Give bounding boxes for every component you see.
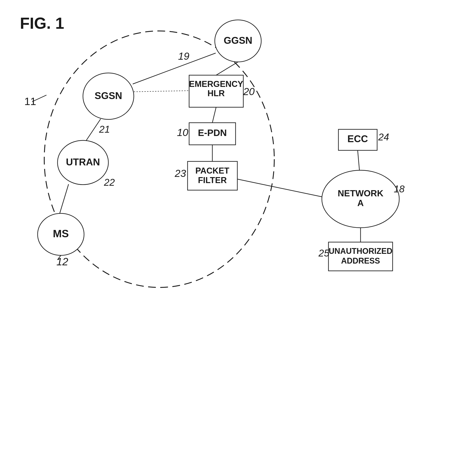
line-sgsn-utran (86, 119, 101, 140)
label-12: 12 (56, 256, 68, 268)
packet-filter-label2: FILTER (198, 176, 227, 185)
line-utran-ms (60, 184, 68, 213)
unauthorized-label1: UNAUTHORIZED (329, 247, 392, 256)
label-21: 21 (99, 124, 110, 135)
ggsn-label: GGSN (224, 35, 252, 46)
label-22: 22 (104, 177, 115, 188)
ms-label: MS (53, 228, 69, 239)
emergency-hlr-label1: EMERGENCY (189, 79, 243, 89)
packet-filter-label1: PACKET (195, 166, 229, 175)
label-23: 23 (175, 168, 186, 179)
line-ehlr-epdn (212, 107, 216, 123)
unauthorized-label2: ADDRESS (341, 256, 380, 265)
network-a-label2: A (357, 198, 364, 208)
ecc-label: ECC (348, 133, 368, 144)
network-a-label1: NETWORK (338, 188, 383, 198)
label-25: 25 (318, 248, 329, 259)
line-sgsn-ehlr (134, 91, 189, 92)
fig-label: FIG. 1 (20, 14, 64, 32)
line-ecc-networka (358, 150, 359, 170)
line-ggsn-ehlr (216, 62, 238, 75)
emergency-hlr-label2: HLR (207, 89, 225, 98)
sgsn-label: SGSN (95, 90, 122, 101)
utran-label: UTRAN (66, 157, 100, 167)
label-11: 11 (24, 95, 36, 107)
label-18: 18 (394, 184, 405, 194)
diagram-container: FIG. 1 11 GGSN SGSN 19 EMERGENCY HLR 20 … (0, 0, 476, 461)
line-pf-networka (237, 179, 322, 197)
label-24: 24 (378, 132, 389, 142)
label-20: 20 (243, 86, 255, 97)
label-19: 19 (178, 50, 189, 62)
label-10: 10 (177, 127, 188, 138)
epdn-label: E-PDN (198, 128, 227, 138)
